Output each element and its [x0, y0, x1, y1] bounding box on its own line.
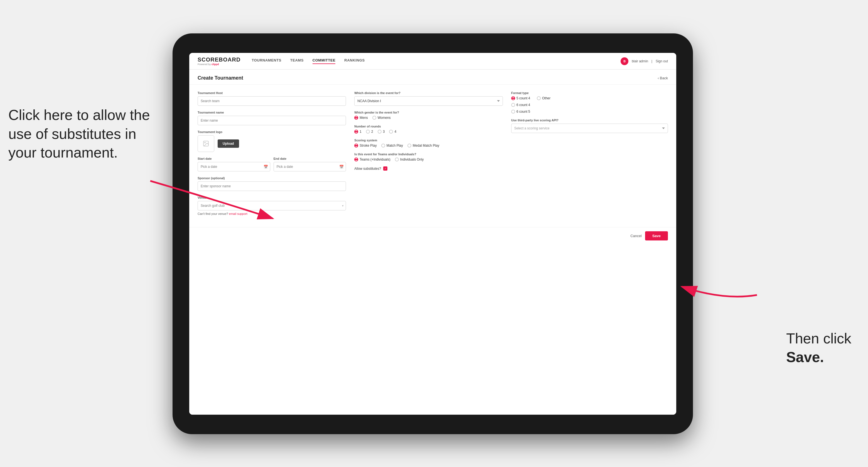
substitutes-row: Allow substitutes? ✓	[354, 166, 503, 170]
venue-label: Venue	[197, 196, 346, 199]
substitutes-checkbox[interactable]: ✓	[383, 166, 388, 170]
scoring-stroke[interactable]: Stroke Play	[354, 144, 376, 148]
radio-match-circle	[381, 144, 385, 148]
event-individuals[interactable]: Individuals Only	[395, 158, 424, 161]
radio-3-circle	[378, 130, 381, 133]
tournament-host-group: Tournament Host	[197, 91, 346, 106]
scoring-medal[interactable]: Medal Match Play	[407, 144, 439, 148]
rounds-4-label: 4	[394, 130, 396, 133]
format-5count4[interactable]: 5 count 4	[511, 96, 530, 100]
rounds-label: Number of rounds	[354, 125, 503, 128]
rounds-1-label: 1	[360, 130, 362, 133]
tablet-screen: SCOREBOARD Powered by clippd TOURNAMENTS…	[189, 53, 676, 415]
start-date-input[interactable]	[197, 162, 270, 172]
nav-tournaments[interactable]: TOURNAMENTS	[252, 58, 281, 64]
format-options: 5 count 4 Other 6 count 4	[511, 96, 668, 114]
form-footer: Cancel Save	[189, 227, 676, 244]
logo-sub: Powered by clippd	[197, 63, 241, 66]
venue-dropdown-icon: ▾	[342, 204, 344, 208]
division-select[interactable]: NCAA Division I	[354, 96, 503, 106]
end-date-group: End date 📅	[274, 157, 346, 172]
event-individuals-label: Individuals Only	[400, 158, 424, 161]
substitutes-group: Allow substitutes? ✓	[354, 166, 503, 170]
end-date-label: End date	[274, 157, 346, 160]
calendar-end-icon: 📅	[339, 165, 344, 169]
event-teams-label: Teams (+Individuals)	[360, 158, 390, 161]
format-label: Format type	[511, 91, 668, 95]
cancel-button[interactable]: Cancel	[630, 234, 642, 238]
event-type-label: Is this event for Teams and/or Individua…	[354, 153, 503, 156]
scoring-label: Scoring system	[354, 138, 503, 142]
event-type-group: Is this event for Teams and/or Individua…	[354, 153, 503, 161]
rounds-1[interactable]: 1	[354, 130, 362, 133]
substitutes-label: Allow substitutes?	[354, 167, 381, 170]
form-col-2: Which division is the event for? NCAA Di…	[354, 91, 511, 220]
sponsor-group: Sponsor (optional)	[197, 177, 346, 191]
gender-mens[interactable]: Mens	[354, 116, 368, 120]
rounds-2[interactable]: 2	[366, 130, 373, 133]
scoring-match-label: Match Play	[386, 144, 403, 148]
scoring-api-select[interactable]: Select a scoring service	[511, 124, 668, 133]
scoring-api-label: Use third-party live scoring API?	[511, 119, 668, 122]
tournament-name-label: Tournament name	[197, 111, 346, 114]
rounds-3[interactable]: 3	[378, 130, 385, 133]
division-label: Which division is the event for?	[354, 91, 503, 95]
gender-group: Which gender is the event for? Mens Wome…	[354, 111, 503, 120]
sponsor-label: Sponsor (optional)	[197, 177, 346, 180]
gender-mens-label: Mens	[360, 116, 368, 120]
format-other[interactable]: Other	[537, 96, 551, 100]
tournament-logo-group: Tournament logo Upload	[197, 130, 346, 152]
radio-5c4-circle	[511, 96, 515, 100]
venue-note: Can't find your venue? email support	[197, 212, 346, 215]
nav-teams[interactable]: TEAMS	[290, 58, 304, 64]
gender-label: Which gender is the event for?	[354, 111, 503, 114]
venue-input[interactable]	[197, 201, 346, 210]
division-group: Which division is the event for? NCAA Di…	[354, 91, 503, 106]
rounds-2-label: 2	[371, 130, 373, 133]
tournament-name-input[interactable]	[197, 116, 346, 125]
rounds-group: Number of rounds 1 2	[354, 125, 503, 133]
scoring-options: Stroke Play Match Play Medal Match Play	[354, 144, 503, 148]
gender-womens-label: Womens	[378, 116, 391, 120]
sponsor-input[interactable]	[197, 182, 346, 191]
rounds-4[interactable]: 4	[389, 130, 396, 133]
tournament-host-input[interactable]	[197, 96, 346, 106]
start-date-label: Start date	[197, 157, 270, 160]
radio-other-circle	[537, 96, 541, 100]
nav-items: TOURNAMENTS TEAMS COMMITTEE RANKINGS	[252, 58, 621, 64]
venue-email-link[interactable]: email support	[229, 212, 247, 215]
nav-rankings[interactable]: RANKINGS	[344, 58, 365, 64]
scoring-match[interactable]: Match Play	[381, 144, 403, 148]
upload-button[interactable]: Upload	[218, 139, 239, 148]
date-row: Start date 📅 End date 📅	[197, 157, 346, 172]
tablet-frame: SCOREBOARD Powered by clippd TOURNAMENTS…	[173, 33, 693, 434]
format-6count4[interactable]: 6 count 4	[511, 103, 530, 107]
scoring-medal-label: Medal Match Play	[413, 144, 439, 148]
form-col-1: Tournament Host Tournament name Tourname…	[197, 91, 354, 220]
format-6count5[interactable]: 6 count 5	[511, 110, 530, 114]
rounds-3-label: 3	[383, 130, 385, 133]
radio-6c4-circle	[511, 103, 515, 107]
save-button[interactable]: Save	[645, 231, 668, 241]
event-type-options: Teams (+Individuals) Individuals Only	[354, 158, 503, 161]
radio-womens-circle	[372, 116, 376, 120]
radio-medal-circle	[407, 144, 411, 148]
format-other-label: Other	[542, 96, 551, 100]
rounds-options: 1 2 3 4	[354, 130, 503, 133]
annotation-left: Click here to allow the use of substitut…	[8, 106, 159, 162]
radio-6c5-circle	[511, 110, 515, 114]
start-date-group: Start date 📅	[197, 157, 270, 172]
venue-group: Venue ▾ Can't find your venue? email sup…	[197, 196, 346, 215]
form-body: Tournament Host Tournament name Tourname…	[189, 85, 676, 227]
end-date-input[interactable]	[274, 162, 346, 172]
sign-out-link[interactable]: Sign out	[656, 59, 668, 63]
logo-main: SCOREBOARD	[197, 57, 241, 63]
event-teams[interactable]: Teams (+Individuals)	[354, 158, 390, 161]
format-group: Format type 5 count 4 Other	[511, 91, 668, 114]
nav-committee[interactable]: COMMITTEE	[312, 58, 336, 64]
user-separator: |	[651, 59, 652, 63]
form-col-3: Format type 5 count 4 Other	[511, 91, 668, 220]
gender-womens[interactable]: Womens	[372, 116, 391, 120]
radio-teams-circle	[354, 158, 358, 161]
back-button[interactable]: ‹ Back	[658, 76, 668, 80]
